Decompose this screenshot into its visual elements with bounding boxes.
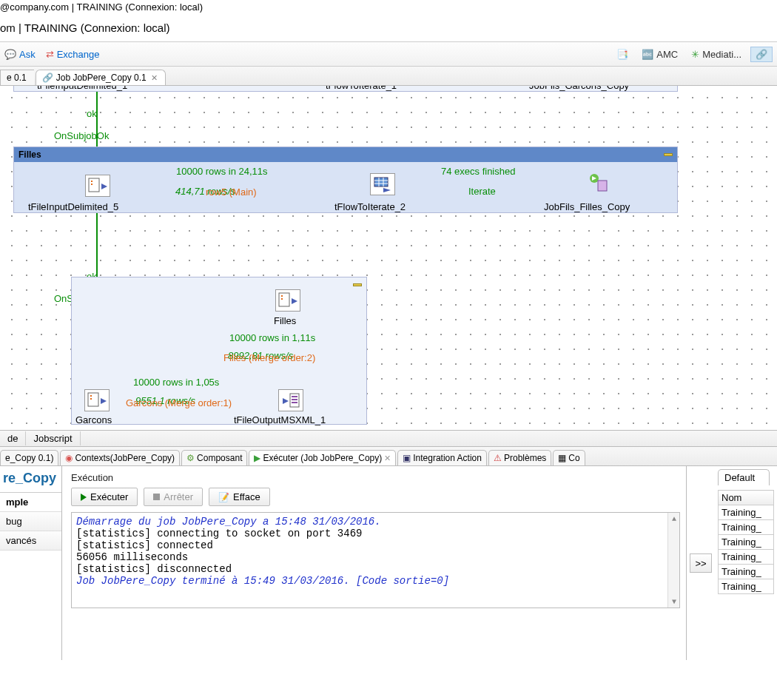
designer-mode-tabs: de Jobscript (0, 431, 777, 447)
view-label: Integration Action (413, 453, 482, 463)
minimize-icon[interactable] (664, 153, 673, 156)
file-delimited-icon (84, 389, 110, 411)
scroll-down-icon[interactable]: ▼ (668, 596, 680, 608)
stop-button[interactable]: Arrêter (144, 488, 203, 506)
run-view-title: re_Copy (0, 466, 61, 493)
designer-tab-jobscript[interactable]: Jobscript (26, 431, 80, 445)
table-row[interactable]: Training_ (719, 535, 774, 550)
amc-icon: 🔤 (642, 49, 653, 60)
views-tabbar: e_Copy 0.1) ◉ Contexts(JobPere_Copy) ⚙ C… (0, 447, 777, 466)
svg-rect-12 (89, 178, 99, 192)
comp-label: tFlowToIterate_1 (326, 86, 397, 91)
comp-tfileoutputmsxml-label: tFileOutputMSXML_1 (234, 414, 326, 425)
view-tab-executer[interactable]: ▶ Exécuter (Job JobPere_Copy) ✕ (249, 450, 396, 465)
comp-label: tFileInputDelimited_1 (37, 86, 127, 91)
filles-stat1-top: 10000 rows in 24,11s (176, 166, 268, 177)
expand-button[interactable]: >> (690, 553, 712, 573)
view-label: Co (568, 453, 579, 463)
clear-button[interactable]: 📝 Efface (209, 488, 270, 506)
subjob-filles-title: Filles (14, 147, 677, 162)
mediation-label: Mediati... (702, 49, 741, 60)
table-row[interactable]: Training_ (719, 520, 774, 535)
file-output-xml-icon (278, 389, 303, 411)
play-icon (81, 494, 87, 501)
contexts-icon: ◉ (65, 453, 73, 463)
exchange-label: Exchange (57, 49, 100, 60)
stop-label: Arrêter (164, 491, 193, 502)
more-icon: ▦ (558, 453, 566, 463)
table-row[interactable]: Training_ (719, 565, 774, 579)
job-canvas[interactable]: tFileInputDelimited_1 tFlowToIterate_1 J… (0, 86, 777, 431)
filles-conn1: row5 (Main) (206, 186, 257, 198)
editor-tab-0[interactable]: e 0.1 (0, 70, 34, 85)
comp-filles-input[interactable] (274, 289, 302, 313)
ok-label-1: ok (87, 108, 97, 119)
comp-jobfils-filles[interactable] (585, 172, 613, 195)
comp-tfileinputdelimited-5[interactable] (81, 175, 114, 198)
perspective-btn-last[interactable]: 🔗 (750, 47, 773, 62)
table-row[interactable]: Training_ (719, 550, 774, 565)
ask-link[interactable]: 💬 Ask (4, 49, 36, 60)
close-view-icon[interactable]: ✕ (384, 454, 391, 463)
designer-tab-code[interactable]: de (0, 431, 26, 445)
mediation-perspective[interactable]: ✳ Mediati... (687, 47, 746, 61)
filles-stat2-top: 74 execs finished (441, 166, 515, 177)
svg-rect-30 (90, 395, 92, 397)
svg-rect-16 (374, 178, 388, 186)
comp-tfileoutputmsxml[interactable] (277, 389, 305, 413)
view-label: Composant (197, 453, 242, 463)
view-area: re_Copy mple bug vancés Exécution Exécut… (0, 466, 777, 660)
run-view-left-panel: re_Copy mple bug vancés (0, 466, 62, 660)
console-output[interactable]: Démarrage du job JobPere_Copy a 15:48 31… (71, 512, 680, 608)
exchange-link[interactable]: ⇄ Exchange (46, 49, 100, 60)
comp-tfileinputdelimited-1[interactable]: tFileInputDelimited_1 (37, 86, 127, 91)
view-tab-copy01[interactable]: e_Copy 0.1) (0, 450, 58, 465)
composant-icon: ⚙ (186, 453, 195, 463)
amc-label: AMC (656, 49, 678, 60)
integration-icon: ▣ (403, 453, 411, 463)
comp-tflowtoiterate-2[interactable] (369, 173, 397, 197)
window-title-2: om | TRAINING (Connexion: local) (0, 18, 777, 41)
table-row[interactable]: Training_ (719, 579, 774, 594)
comp-garcons-input-label: Garcons (75, 414, 112, 425)
side-tab-debug[interactable]: bug (0, 512, 61, 531)
comp-jobfils-garcons[interactable]: JobFils_Garcons_Copy (529, 86, 629, 91)
side-tab-advanced[interactable]: vancés (0, 531, 61, 551)
exchange-icon: ⇄ (46, 49, 54, 60)
ask-icon: 💬 (4, 49, 16, 60)
flow-iterate-icon (370, 173, 395, 195)
minimize-icon[interactable] (353, 283, 362, 286)
view-tab-contexts[interactable]: ◉ Contexts(JobPere_Copy) (60, 450, 180, 465)
execute-button[interactable]: Exécuter (71, 488, 138, 506)
subjob-title-text: Filles (18, 149, 41, 160)
view-tab-composant[interactable]: ⚙ Composant (181, 450, 247, 465)
context-default-tab[interactable]: Default (718, 469, 770, 485)
file-delimited-icon (85, 175, 110, 197)
execution-section-label: Exécution (71, 472, 680, 483)
context-panel: Default Nom Training_ Training_ Training… (715, 466, 777, 660)
svg-rect-14 (91, 184, 92, 185)
comp-jobfils-filles-label: JobFils_Filles_Copy (544, 201, 630, 212)
svg-rect-36 (292, 399, 297, 400)
view-tab-problemes[interactable]: ⚠ Problèmes (488, 450, 551, 465)
close-tab-icon[interactable]: ✕ (151, 73, 158, 83)
clear-label: Efface (233, 491, 260, 502)
table-row[interactable]: Training_ (719, 505, 774, 520)
comp-tfileinputdelimited-5-label: tFileInputDelimited_5 (28, 201, 118, 212)
view-tab-more[interactable]: ▦ Co (553, 450, 585, 465)
context-table: Nom Training_ Training_ Training_ Traini… (718, 490, 774, 594)
console-line: Job JobPere_Copy terminé à 15:49 31/03/2… (76, 575, 675, 587)
comp-tflowtoiterate-1[interactable]: tFlowToIterate_1 (326, 86, 397, 91)
side-tab-simple[interactable]: mple (0, 493, 61, 512)
scroll-up-icon[interactable]: ▲ (668, 513, 680, 525)
editor-tab-1[interactable]: 🔗 Job JobPere_Copy 0.1 ✕ (36, 70, 166, 85)
view-tab-integration-action[interactable]: ▣ Integration Action (397, 450, 487, 465)
amc-perspective[interactable]: 🔤 AMC (637, 47, 682, 61)
console-scrollbar[interactable]: ▲ ▼ (667, 513, 679, 608)
context-header-name[interactable]: Nom (719, 491, 774, 505)
third-connB: Garcons (Merge order:1) (126, 397, 232, 408)
console-line: Démarrage du job JobPere_Copy a 15:48 31… (76, 516, 675, 528)
comp-garcons-input[interactable] (83, 389, 111, 413)
perspective-btn-1[interactable]: 📑 (612, 47, 633, 61)
svg-rect-13 (91, 181, 92, 182)
